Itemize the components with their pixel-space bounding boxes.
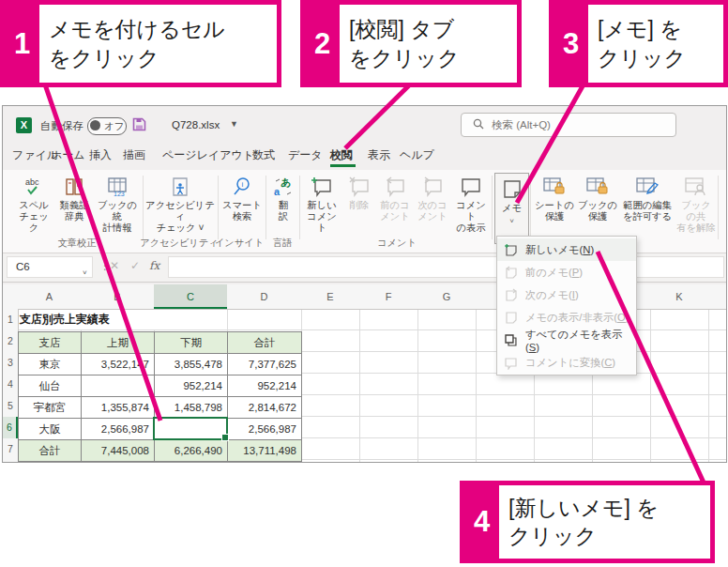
protect-sheet-button[interactable]: シートの 保護 xyxy=(534,174,575,245)
tab-draw[interactable]: 描画 xyxy=(123,147,145,163)
document-title[interactable]: Q728.xlsx xyxy=(172,119,220,130)
col-header-d[interactable]: D xyxy=(227,284,301,309)
enter-icon[interactable]: ✓ xyxy=(130,259,140,272)
row-header-6[interactable]: 6 xyxy=(3,417,18,438)
unshare-workbook-button[interactable]: ブックの共 有を解除 xyxy=(676,174,716,245)
header-cell[interactable]: 支店 xyxy=(19,332,82,354)
smart-lookup-button[interactable]: i スマート 検索 xyxy=(221,174,263,245)
menu-item-new-note[interactable]: 新しいメモ(N) xyxy=(497,238,636,261)
workbook-statistics-button[interactable]: 123 ブックの統 計情報 xyxy=(95,174,140,245)
cell[interactable]: 東京 xyxy=(19,354,82,375)
spell-check-button[interactable]: abc スペル チェック xyxy=(14,174,53,245)
cell[interactable]: 2,566,987 xyxy=(82,419,155,440)
insert-function-icon[interactable]: fx xyxy=(149,259,159,272)
header-cell[interactable]: 下期 xyxy=(155,332,228,354)
tab-formulas[interactable]: 数式 xyxy=(252,147,275,163)
selected-cell-outline[interactable] xyxy=(153,417,228,440)
autosave-toggle[interactable]: オフ xyxy=(87,117,127,135)
cell[interactable]: 952,214 xyxy=(228,375,302,397)
callout-1-text-line2: をクリック xyxy=(49,44,267,72)
tab-help[interactable]: ヘルプ xyxy=(400,147,434,163)
table-header-row: 支店 上期 下期 合計 xyxy=(19,332,302,354)
cell[interactable]: 1,355,874 xyxy=(82,397,155,419)
previous-comment-button[interactable]: 前のコ メント xyxy=(377,174,413,245)
cell[interactable]: 2,814,672 xyxy=(228,397,302,419)
cell[interactable]: 大阪 xyxy=(19,419,82,440)
translate-button[interactable]: あa 翻 訳 xyxy=(269,174,297,245)
col-header-g[interactable]: G xyxy=(417,284,476,309)
cell[interactable]: 7,445,008 xyxy=(82,440,155,462)
formula-input[interactable] xyxy=(168,256,724,278)
row-header-5[interactable]: 5 xyxy=(3,395,18,417)
save-icon[interactable] xyxy=(132,117,146,134)
cell[interactable]: 13,711,498 xyxy=(228,440,302,462)
row-header-8[interactable]: 8 xyxy=(3,460,18,462)
svg-text:123: 123 xyxy=(114,191,125,197)
cell[interactable]: 6,266,490 xyxy=(155,440,228,462)
accessibility-check-button[interactable]: アクセシビリティ チェック ˅ xyxy=(145,174,215,245)
tab-data[interactable]: データ xyxy=(288,147,323,163)
tab-home[interactable]: ホーム xyxy=(51,147,85,163)
menu-item-show-hide-note[interactable]: メモの表示/非表示(O) xyxy=(497,306,636,329)
cell[interactable]: 合計 xyxy=(19,440,82,462)
notes-button[interactable]: メモ ˅ xyxy=(494,173,529,244)
col-header-k[interactable]: K xyxy=(650,284,708,309)
next-comment-button[interactable]: 次のコ メント xyxy=(415,174,450,245)
group-label-insights: インサイト xyxy=(215,237,264,250)
protect-workbook-icon xyxy=(577,174,618,200)
name-box[interactable]: C6 ˅ xyxy=(7,256,93,278)
search-input[interactable]: 検索 (Alt+Q) xyxy=(461,113,676,137)
cell[interactable]: 7,377,625 xyxy=(228,354,302,375)
tab-view[interactable]: 表示 xyxy=(368,147,390,163)
tab-insert[interactable]: 挿入 xyxy=(89,147,112,163)
cell[interactable]: 宇都宮 xyxy=(19,397,82,419)
col-header-e[interactable]: E xyxy=(301,284,359,309)
cell[interactable]: 3,522,147 xyxy=(82,354,155,375)
namebox-chevron-icon: ˅ xyxy=(83,263,87,283)
row-header-2[interactable]: 2 xyxy=(3,330,18,352)
allow-edit-ranges-button[interactable]: 範囲の編集 を許可する xyxy=(619,174,675,245)
callout-4-text-line2: クリック xyxy=(508,522,701,550)
menu-item-convert-to-comment[interactable]: コメントに変換(C) xyxy=(497,351,636,374)
tab-page-layout[interactable]: ページレイアウト xyxy=(162,147,254,163)
group-label-proofing: 文章校正 xyxy=(58,237,97,250)
sheet-title-cell[interactable]: 支店別売上実績表 xyxy=(20,310,179,329)
cell[interactable]: 1,458,798 xyxy=(155,397,228,419)
group-divider xyxy=(718,176,719,239)
col-header-a[interactable]: A xyxy=(18,284,81,309)
tab-review[interactable]: 校閲 xyxy=(330,147,353,163)
cell[interactable]: 952,214 xyxy=(155,375,228,397)
row-header-1[interactable]: 1 xyxy=(3,309,18,330)
group-divider xyxy=(143,176,144,239)
col-header-b[interactable]: B xyxy=(81,284,154,309)
menu-item-next-note[interactable]: 次のメモ(I) xyxy=(497,284,636,306)
new-note-icon xyxy=(504,243,518,257)
row-header-4[interactable]: 4 xyxy=(3,374,18,395)
header-cell[interactable]: 上期 xyxy=(82,332,155,354)
callout-4: 4 [新しいメモ] を クリック xyxy=(460,481,715,563)
delete-comment-icon xyxy=(343,174,375,200)
col-header-f[interactable]: F xyxy=(359,284,417,309)
table-row: 東京 3,522,147 3,855,478 7,377,625 xyxy=(19,354,302,375)
active-tab-underline xyxy=(330,164,356,167)
show-comments-button[interactable]: コメント の表示 xyxy=(452,174,490,245)
protect-workbook-button[interactable]: ブックの 保護 xyxy=(577,174,618,245)
cell[interactable]: 3,855,478 xyxy=(155,354,228,375)
col-header-c[interactable]: C xyxy=(154,284,227,309)
delete-comment-button[interactable]: 削除 xyxy=(343,174,375,245)
autosave-state: オフ xyxy=(104,120,125,133)
cell[interactable] xyxy=(82,375,155,397)
header-cell[interactable]: 合計 xyxy=(228,332,302,354)
row-header-3[interactable]: 3 xyxy=(3,352,18,374)
fill-handle[interactable] xyxy=(221,434,229,441)
menu-item-previous-note[interactable]: 前のメモ(P) xyxy=(497,261,636,284)
cancel-icon[interactable]: ✕ xyxy=(110,259,119,272)
cell[interactable]: 仙台 xyxy=(19,375,82,397)
menu-item-show-all-notes[interactable]: すべてのメモを表示(S) xyxy=(497,329,636,351)
new-comment-button[interactable]: 新しい コメント xyxy=(302,174,341,245)
filename-chevron-icon[interactable]: ▼ xyxy=(230,119,238,129)
callout-2: 2 [校閲] タブ をクリック xyxy=(300,0,522,87)
cell[interactable]: 2,566,987 xyxy=(228,419,302,440)
row-header-7[interactable]: 7 xyxy=(3,438,18,460)
thesaurus-button[interactable]: 類義語 辞典 xyxy=(54,174,94,245)
